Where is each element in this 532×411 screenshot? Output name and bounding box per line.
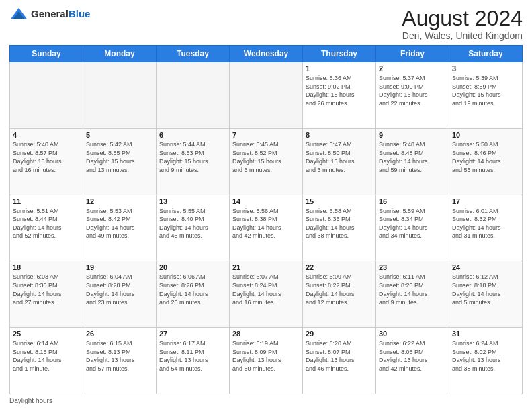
day-number: 13 — [159, 197, 226, 205]
day-number: 20 — [159, 263, 226, 271]
day-number: 7 — [232, 131, 300, 139]
calendar-day-header: Friday — [376, 46, 449, 62]
day-number: 19 — [86, 263, 153, 271]
day-info: Sunrise: 5:36 AM Sunset: 9:02 PM Dayligh… — [306, 74, 373, 107]
day-info: Sunrise: 6:14 AM Sunset: 8:15 PM Dayligh… — [13, 339, 80, 373]
day-number: 12 — [86, 197, 153, 205]
calendar-cell: 12Sunrise: 5:53 AM Sunset: 8:42 PM Dayli… — [83, 195, 157, 261]
calendar-week-row: 1Sunrise: 5:36 AM Sunset: 9:02 PM Daylig… — [10, 62, 523, 129]
calendar-week-row: 4Sunrise: 5:40 AM Sunset: 8:57 PM Daylig… — [10, 128, 523, 195]
day-info: Sunrise: 5:42 AM Sunset: 8:55 PM Dayligh… — [86, 140, 153, 174]
day-number: 11 — [13, 197, 80, 205]
calendar-day-header: Thursday — [303, 46, 376, 62]
calendar-cell — [230, 62, 303, 129]
calendar-cell: 21Sunrise: 6:07 AM Sunset: 8:24 PM Dayli… — [230, 261, 303, 328]
logo-icon — [9, 7, 28, 21]
day-number: 14 — [232, 197, 300, 205]
day-info: Sunrise: 6:20 AM Sunset: 8:07 PM Dayligh… — [306, 339, 373, 373]
calendar-cell: 29Sunrise: 6:20 AM Sunset: 8:07 PM Dayli… — [303, 328, 376, 394]
calendar-cell: 8Sunrise: 5:47 AM Sunset: 8:50 PM Daylig… — [303, 128, 376, 195]
day-number: 16 — [379, 197, 446, 205]
day-info: Sunrise: 5:39 AM Sunset: 8:59 PM Dayligh… — [452, 74, 519, 107]
day-number: 25 — [13, 330, 80, 338]
page: GeneralBlue August 2024 Deri, Wales, Uni… — [0, 0, 532, 411]
calendar-cell: 17Sunrise: 6:01 AM Sunset: 8:32 PM Dayli… — [449, 195, 523, 261]
header: GeneralBlue August 2024 Deri, Wales, Uni… — [9, 7, 523, 41]
logo-general: General — [31, 8, 69, 19]
calendar-day-header: Saturday — [449, 46, 523, 62]
day-info: Sunrise: 6:15 AM Sunset: 8:13 PM Dayligh… — [86, 339, 153, 373]
day-number: 21 — [232, 263, 300, 271]
day-info: Sunrise: 5:50 AM Sunset: 8:46 PM Dayligh… — [452, 140, 519, 174]
day-info: Sunrise: 6:01 AM Sunset: 8:32 PM Dayligh… — [452, 207, 519, 240]
footer-note: Daylight hours — [9, 397, 523, 404]
day-info: Sunrise: 6:11 AM Sunset: 8:20 PM Dayligh… — [379, 273, 446, 306]
day-number: 2 — [379, 64, 446, 73]
calendar-cell: 5Sunrise: 5:42 AM Sunset: 8:55 PM Daylig… — [83, 128, 157, 195]
calendar-cell: 28Sunrise: 6:19 AM Sunset: 8:09 PM Dayli… — [230, 328, 303, 394]
calendar-cell: 19Sunrise: 6:04 AM Sunset: 8:28 PM Dayli… — [83, 261, 157, 328]
day-number: 27 — [159, 330, 226, 338]
calendar-cell: 31Sunrise: 6:24 AM Sunset: 8:02 PM Dayli… — [449, 328, 523, 394]
day-number: 29 — [306, 330, 373, 338]
day-info: Sunrise: 5:58 AM Sunset: 8:36 PM Dayligh… — [306, 207, 373, 240]
day-number: 22 — [306, 263, 373, 271]
day-number: 4 — [13, 131, 80, 139]
calendar-day-header: Sunday — [10, 46, 83, 62]
day-number: 8 — [306, 131, 373, 139]
calendar-cell: 25Sunrise: 6:14 AM Sunset: 8:15 PM Dayli… — [10, 328, 83, 394]
calendar-cell: 24Sunrise: 6:12 AM Sunset: 8:18 PM Dayli… — [449, 261, 523, 328]
calendar-day-header: Tuesday — [157, 46, 230, 62]
day-info: Sunrise: 6:04 AM Sunset: 8:28 PM Dayligh… — [86, 273, 153, 306]
calendar-cell: 26Sunrise: 6:15 AM Sunset: 8:13 PM Dayli… — [83, 328, 157, 394]
day-info: Sunrise: 5:56 AM Sunset: 8:38 PM Dayligh… — [232, 207, 300, 240]
day-info: Sunrise: 6:17 AM Sunset: 8:11 PM Dayligh… — [159, 339, 226, 373]
calendar-cell — [83, 62, 157, 129]
day-info: Sunrise: 6:07 AM Sunset: 8:24 PM Dayligh… — [232, 273, 300, 306]
calendar-cell: 30Sunrise: 6:22 AM Sunset: 8:05 PM Dayli… — [376, 328, 449, 394]
calendar-cell: 14Sunrise: 5:56 AM Sunset: 8:38 PM Dayli… — [230, 195, 303, 261]
main-title: August 2024 — [402, 7, 523, 30]
day-info: Sunrise: 6:24 AM Sunset: 8:02 PM Dayligh… — [452, 339, 519, 373]
calendar-cell: 15Sunrise: 5:58 AM Sunset: 8:36 PM Dayli… — [303, 195, 376, 261]
day-info: Sunrise: 6:03 AM Sunset: 8:30 PM Dayligh… — [13, 273, 80, 306]
calendar-day-header: Wednesday — [230, 46, 303, 62]
day-number: 23 — [379, 263, 446, 271]
title-section: August 2024 Deri, Wales, United Kingdom — [402, 7, 523, 41]
calendar-week-row: 25Sunrise: 6:14 AM Sunset: 8:15 PM Dayli… — [10, 328, 523, 394]
calendar-week-row: 18Sunrise: 6:03 AM Sunset: 8:30 PM Dayli… — [10, 261, 523, 328]
calendar-day-header: Monday — [83, 46, 157, 62]
day-number: 1 — [306, 64, 373, 73]
day-info: Sunrise: 5:48 AM Sunset: 8:48 PM Dayligh… — [379, 140, 446, 174]
day-number: 24 — [452, 263, 519, 271]
calendar-cell — [10, 62, 83, 129]
day-number: 10 — [452, 131, 519, 139]
day-info: Sunrise: 6:12 AM Sunset: 8:18 PM Dayligh… — [452, 273, 519, 306]
calendar-cell: 13Sunrise: 5:55 AM Sunset: 8:40 PM Dayli… — [157, 195, 230, 261]
calendar-cell: 2Sunrise: 5:37 AM Sunset: 9:00 PM Daylig… — [376, 62, 449, 129]
day-info: Sunrise: 6:09 AM Sunset: 8:22 PM Dayligh… — [306, 273, 373, 306]
subtitle: Deri, Wales, United Kingdom — [402, 30, 523, 41]
logo-blue: Blue — [69, 8, 91, 19]
calendar-cell: 23Sunrise: 6:11 AM Sunset: 8:20 PM Dayli… — [376, 261, 449, 328]
calendar-cell: 16Sunrise: 5:59 AM Sunset: 8:34 PM Dayli… — [376, 195, 449, 261]
day-info: Sunrise: 5:51 AM Sunset: 8:44 PM Dayligh… — [13, 207, 80, 240]
calendar-cell: 18Sunrise: 6:03 AM Sunset: 8:30 PM Dayli… — [10, 261, 83, 328]
calendar-cell: 27Sunrise: 6:17 AM Sunset: 8:11 PM Dayli… — [157, 328, 230, 394]
calendar-cell — [157, 62, 230, 129]
day-info: Sunrise: 5:59 AM Sunset: 8:34 PM Dayligh… — [379, 207, 446, 240]
calendar-cell: 3Sunrise: 5:39 AM Sunset: 8:59 PM Daylig… — [449, 62, 523, 129]
calendar-cell: 6Sunrise: 5:44 AM Sunset: 8:53 PM Daylig… — [157, 128, 230, 195]
calendar-table: SundayMondayTuesdayWednesdayThursdayFrid… — [9, 45, 523, 394]
calendar-cell: 10Sunrise: 5:50 AM Sunset: 8:46 PM Dayli… — [449, 128, 523, 195]
day-info: Sunrise: 5:47 AM Sunset: 8:50 PM Dayligh… — [306, 140, 373, 174]
calendar-week-row: 11Sunrise: 5:51 AM Sunset: 8:44 PM Dayli… — [10, 195, 523, 261]
day-info: Sunrise: 6:19 AM Sunset: 8:09 PM Dayligh… — [232, 339, 300, 373]
day-number: 30 — [379, 330, 446, 338]
day-number: 3 — [452, 64, 519, 73]
calendar-header-row: SundayMondayTuesdayWednesdayThursdayFrid… — [10, 46, 523, 62]
day-info: Sunrise: 5:44 AM Sunset: 8:53 PM Dayligh… — [159, 140, 226, 174]
calendar-cell: 11Sunrise: 5:51 AM Sunset: 8:44 PM Dayli… — [10, 195, 83, 261]
calendar-cell: 7Sunrise: 5:45 AM Sunset: 8:52 PM Daylig… — [230, 128, 303, 195]
day-number: 9 — [379, 131, 446, 139]
